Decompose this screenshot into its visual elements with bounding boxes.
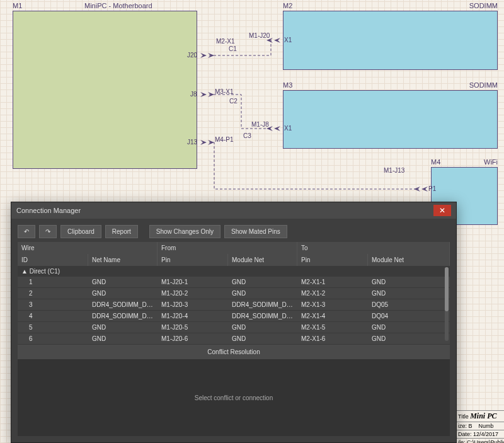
table-column-header: ID Net Name Pin Module Net Pin Module Ne… — [18, 254, 450, 266]
table-row[interactable]: 3DDR4_SODIMM_DQ5/D...M1-J20-3DDR4_SODIMM… — [18, 299, 450, 311]
undo-button[interactable]: ↶ — [18, 225, 35, 238]
net-m2x1: M2-X1 — [216, 38, 234, 45]
show-mated-button[interactable]: Show Mated Pins — [224, 225, 287, 238]
m4-name: WiFi — [484, 158, 498, 166]
table-section-header: Wire From To — [18, 242, 450, 254]
conflict-resolution-panel: Select conflict or connection — [18, 359, 450, 436]
svg-marker-10 — [421, 187, 428, 192]
show-changes-button[interactable]: Show Changes Only — [149, 225, 220, 238]
m1-name: MiniPC - Motherboard — [84, 2, 152, 9]
pin-j13: J13 — [187, 139, 197, 146]
pin-m2-x1: X1 — [284, 37, 292, 43]
svg-marker-1 — [208, 53, 214, 58]
net-m3x1: M3-X1 — [215, 88, 233, 95]
clipboard-button[interactable]: Clipboard — [60, 225, 101, 238]
svg-marker-5 — [208, 92, 214, 97]
m3-id: M3 — [283, 81, 292, 89]
redo-button[interactable]: ↷ — [39, 225, 57, 238]
close-icon: ✕ — [439, 206, 445, 215]
m3-name: SODIMM — [469, 81, 498, 89]
pin-j20: J20 — [187, 52, 197, 59]
toolbar: ↶ ↷ Clipboard Report Show Changes Only S… — [11, 219, 456, 242]
svg-marker-9 — [208, 140, 214, 145]
m1-id: M1 — [13, 2, 22, 9]
net-m1j8: M1-J8 — [251, 121, 269, 128]
table-row[interactable]: 1GNDM1-J20-1GNDM2-X1-1GND — [18, 277, 450, 288]
table-group-row[interactable]: ▲ Direct (C1) — [18, 266, 450, 277]
table-row[interactable]: 6GNDM1-J20-6GNDM2-X1-6GND — [18, 333, 450, 345]
module-m3[interactable] — [283, 90, 498, 149]
pin-m4-p1: P1 — [428, 185, 436, 192]
net-m4p1: M4-P1 — [215, 136, 233, 143]
m2-id: M2 — [283, 2, 292, 9]
connection-table[interactable]: Wire From To ID Net Name Pin Module Net … — [18, 242, 450, 345]
svg-marker-0 — [200, 53, 207, 58]
svg-marker-8 — [200, 140, 207, 145]
net-m1j20: M1-J20 — [249, 32, 270, 39]
conflict-message: Select conflict or connection — [195, 394, 273, 401]
table-scrollbar[interactable] — [445, 267, 449, 341]
pin-m3-x1: X1 — [284, 125, 292, 132]
table-row[interactable]: 2GNDM1-J20-2GNDM2-X1-2GND — [18, 288, 450, 299]
svg-marker-6 — [274, 126, 280, 131]
m4-id: M4 — [431, 158, 440, 166]
dialog-title: Connection Manager — [16, 207, 81, 214]
net-c3: C3 — [243, 132, 251, 139]
title-block: Title Mini PC ize: B Numb Date: 12/4/201… — [457, 410, 504, 439]
svg-marker-2 — [274, 38, 280, 43]
dialog-titlebar[interactable]: Connection Manager ✕ — [11, 202, 456, 219]
svg-marker-4 — [200, 92, 207, 97]
net-c1: C1 — [229, 45, 237, 52]
svg-marker-11 — [414, 187, 420, 192]
table-row[interactable]: 5GNDM1-J20-5GNDM2-X1-5GND — [18, 322, 450, 333]
conflict-resolution-header: Conflict Resolution — [18, 345, 450, 359]
pin-j8: J8 — [190, 91, 197, 98]
scrollbar-thumb[interactable] — [445, 267, 449, 311]
net-c2: C2 — [229, 98, 238, 105]
report-button[interactable]: Report — [105, 225, 138, 238]
module-m2[interactable] — [283, 11, 498, 70]
table-row[interactable]: 4DDR4_SODIMM_DQ4/D...M1-J20-4DDR4_SODIMM… — [18, 311, 450, 322]
net-m1j13: M1-J13 — [384, 167, 404, 174]
connection-manager-dialog: Connection Manager ✕ ↶ ↷ Clipboard Repor… — [11, 202, 457, 443]
m2-name: SODIMM — [469, 2, 498, 9]
close-button[interactable]: ✕ — [433, 205, 451, 216]
module-m1[interactable] — [13, 11, 197, 169]
